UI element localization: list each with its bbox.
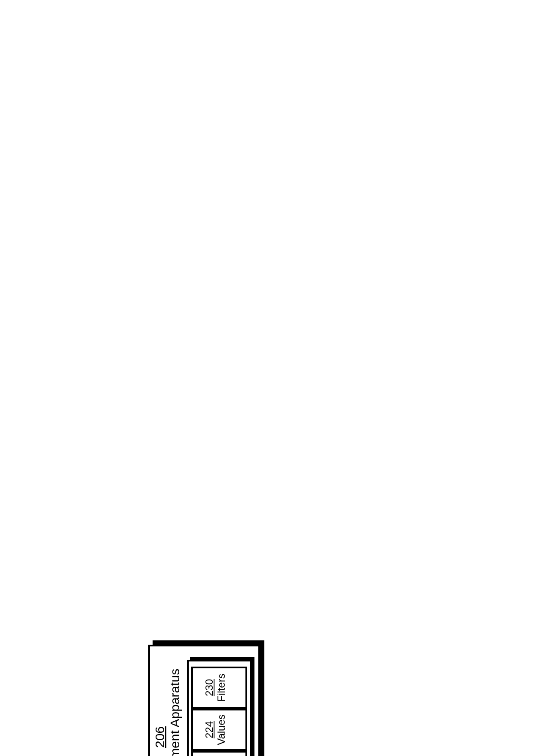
mgmt-label: 206Management Apparatus xyxy=(153,645,182,756)
values-label: 224Values xyxy=(203,709,227,751)
charts-label: 222Charts xyxy=(203,751,227,756)
filters-label: 230Filters xyxy=(203,667,227,709)
